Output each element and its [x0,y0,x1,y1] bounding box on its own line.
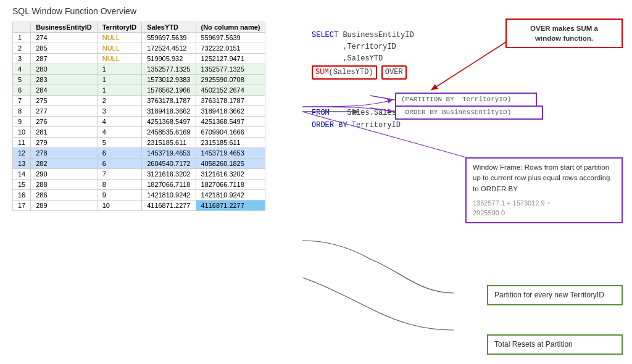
col-header-nocol: (No column name) [196,22,265,33]
table-row: 3 287 NULL 519905.932 1252127.9471 [13,54,265,64]
table-row: 10 281 4 2458535.6169 6709904.1666 [13,127,265,138]
table-row: 2 285 NULL 172524.4512 732222.0151 [13,43,265,54]
table-row: 6 284 1 1576562.1966 4502152.2674 [13,85,265,96]
partition-by-text: (PARTITION BY TerritoryID) [401,96,511,103]
table-row: 14 290 7 3121616.3202 3121616.3202 [13,169,265,180]
col-header-tid: TerritoryID [97,22,141,33]
table-row: 4 280 1 1352577.1325 1352577.1325 [13,64,265,75]
window-frame-box: Window Frame: Rows from start of partiti… [465,157,623,223]
table-row: 9 276 4 4251368.5497 4251368.5497 [13,117,265,127]
table-row: 16 286 9 1421810.9242 1421810.9242 [13,190,265,201]
table-row: 7 275 2 3763178.1787 3763178.1787 [13,96,265,106]
window-frame-calc: 1352577.1 + 1573012.9 =2925590.0 [473,198,615,218]
page-title: SQL Window Function Overview [12,6,136,16]
data-table: BusinessEntityID TerritoryID SalesYTD (N… [12,22,265,211]
partition-by-box: (PARTITION BY TerritoryID) [395,93,537,107]
table-row: 15 288 8 1827066.7118 1827066.7118 [13,180,265,190]
col-header-salesytd: SalesYTD [142,22,196,33]
order-by-text: ORDER BY BusinessEntityID) [401,109,511,116]
table-row: 11 279 5 2315185.611 2315185.611 [13,138,265,148]
partition-note-text: Partition for every new TerritoryID [494,291,604,299]
partition-note-box: Partition for every new TerritoryID [487,285,623,305]
over-annotation-text: OVER makes SUM awindow function. [530,25,598,42]
table-row: 12 278 6 1453719.4653 1453719.4653 [13,148,265,159]
svg-line-0 [432,42,506,89]
col-header-beid: BusinessEntityID [31,22,97,33]
order-by-box: ORDER BY BusinessEntityID) [395,105,543,120]
window-frame-text: Window Frame: Rows from start of partiti… [473,163,610,192]
col-header-rownum [13,22,31,33]
table-row: 5 283 1 1573012.9383 2925590.0708 [13,75,265,85]
table-row: 1 274 NULL 559697.5639 559697.5639 [13,33,265,43]
table-row: 13 282 6 2604540.7172 4058260.1825 [13,159,265,169]
total-resets-box: Total Resets at Partition [487,334,623,355]
over-annotation-box: OVER makes SUM awindow function. [505,19,623,48]
table-row: 17 289 10 4116871.2277 4116871.2277 [13,201,265,211]
total-resets-text: Total Resets at Partition [494,340,573,349]
table-row: 8 277 3 3189418.3662 3189418.3662 [13,106,265,117]
